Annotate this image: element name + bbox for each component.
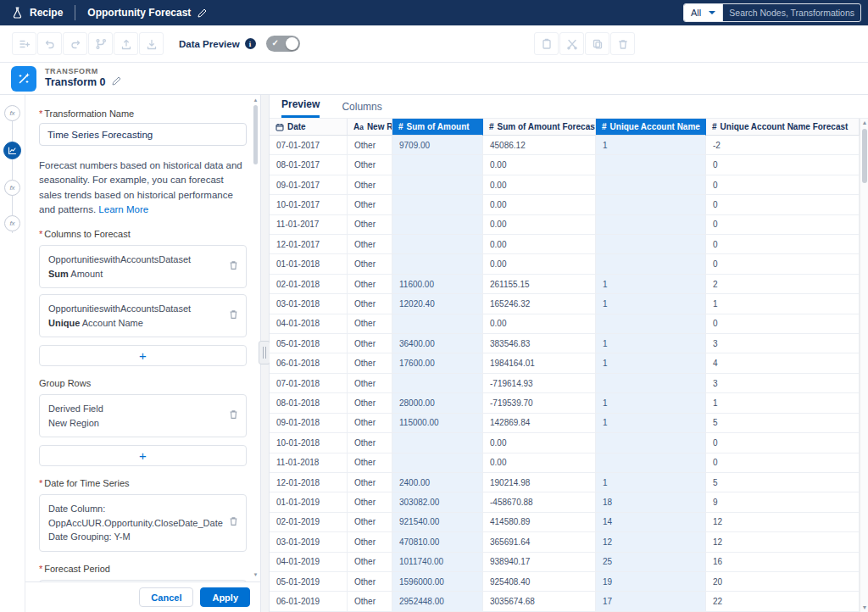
forecast-column-card[interactable]: OpportunitieswithAccountsDataset Sum Amo… [39,245,247,288]
remove-column-trash-icon[interactable] [228,259,239,275]
branch-button[interactable] [88,32,113,55]
table-cell: 365691.64 [483,532,596,552]
data-preview-toggle[interactable]: ✓ [266,36,300,52]
rail-node-formula-2[interactable]: fx [4,180,20,196]
add-group-row-button[interactable]: + [39,445,247,466]
cut-icon [566,38,578,50]
table-cell: 925408.40 [483,572,596,592]
learn-more-link[interactable]: Learn More [98,204,148,214]
table-cell: 12-01-2017 [270,235,348,254]
table-cell: Other [348,275,392,294]
remove-date-trash-icon[interactable] [228,515,239,531]
table-cell: 3 [706,374,860,393]
panel-scroll-thumb[interactable] [253,105,258,164]
scroll-up-icon[interactable]: ▲ [253,97,259,103]
table-cell: 0.00 [483,433,596,453]
table-cell: Other [348,235,392,254]
group-row-card[interactable]: Derived Field New Region [39,394,247,437]
data-preview-label: Data Preview [179,39,240,49]
table-cell: 28000.00 [392,393,483,413]
add-node-button[interactable] [12,32,36,55]
table-scroll-thumb[interactable] [862,129,867,183]
column-header-new-region[interactable]: AaNew Region [348,119,392,136]
add-node-icon [19,38,31,50]
rail-node-formula-3[interactable]: fx [4,215,20,231]
date-series-card[interactable]: Date Column: OppAccUUR.Opportunity.Close… [39,494,247,552]
table-cell [596,175,706,195]
tab-preview[interactable]: Preview [281,98,320,118]
app-root: Recipe Opportunity Forecast All Search N… [0,0,868,612]
table-cell [392,155,483,175]
app-name: Recipe [30,7,63,19]
scroll-up-icon[interactable]: ▲ [860,119,868,127]
search-scope-dropdown[interactable]: All [684,4,722,21]
undo-button[interactable] [37,32,62,55]
apply-button[interactable]: Apply [200,587,250,607]
info-icon[interactable]: i [245,38,256,49]
table-cell: 25 [596,553,706,572]
remove-column-trash-icon[interactable] [228,309,239,324]
transformation-name-input[interactable]: Time Series Forecasting [39,123,247,146]
table-scrollbar[interactable]: ▲ ▼ [860,119,868,612]
table-cell: Other [348,513,392,532]
group-field: New Region [48,416,220,431]
table-row: 06-01-2019Other2952448.003035674.681722 [270,592,860,611]
table-cell: 11-01-2018 [270,453,348,473]
paste-button[interactable] [534,32,559,55]
table-row: 11-01-2017Other0.000 [270,215,860,235]
resize-handle[interactable] [259,341,270,364]
node-meta: TRANSFORM Transform 0 [45,67,121,90]
redo-button[interactable] [63,32,87,55]
table-cell: 938940.17 [483,553,596,572]
table-cell: Other [348,492,392,512]
redo-icon [70,38,81,50]
cut-button[interactable] [559,32,584,55]
table-cell: 0 [706,155,860,175]
download-button[interactable] [139,32,164,55]
column-header-sum-of-amount[interactable]: #Sum of Amount [392,119,483,136]
column-header-date[interactable]: Date [270,119,348,136]
paste-icon [541,38,553,50]
table-cell: 0 [706,215,860,235]
column-header-unique-account-name[interactable]: #Unique Account Name [596,119,706,136]
table-cell: 3035674.68 [483,592,596,611]
cancel-button[interactable]: Cancel [139,587,193,607]
add-forecast-column-button[interactable]: + [39,345,247,366]
table-cell: 0 [706,453,860,473]
table-cell: 17 [596,592,706,611]
panel-footer: Cancel Apply [25,581,260,612]
table-cell: 414580.89 [483,513,596,532]
table-cell: 1 [596,275,706,294]
edit-title-pencil-icon[interactable] [198,8,207,18]
scroll-down-icon[interactable]: ▼ [860,604,868,612]
required-asterisk: * [39,478,42,488]
trash-icon [617,38,629,50]
table-cell: -458670.88 [483,492,596,512]
table-cell [392,254,483,274]
tab-columns[interactable]: Columns [342,101,381,118]
table-cell: 165246.32 [483,294,596,314]
transform-config-panel: *Transformation Name Time Series Forecas… [25,95,261,612]
remove-group-trash-icon[interactable] [228,409,239,424]
copy-button[interactable] [585,32,609,55]
upload-button[interactable] [114,32,138,55]
delete-button[interactable] [610,32,635,55]
column-header-unique-account-name-forecast[interactable]: #Unique Account Name Forecast [706,119,860,136]
table-cell [596,195,706,214]
edit-node-name-pencil-icon[interactable] [112,76,121,90]
rail-node-formula-1[interactable]: fx [4,105,20,121]
table-cell: 3 [706,334,860,353]
forecast-column-card[interactable]: OpportunitieswithAccountsDataset Unique … [39,294,247,337]
table-cell: 190214.98 [483,473,596,492]
top-bar: Recipe Opportunity Forecast All Search N… [0,0,868,25]
search-input[interactable]: Search Nodes, Transformations [722,4,860,21]
required-asterisk: * [39,108,42,119]
panel-scrollbar[interactable]: ▲ ▼ [253,97,259,578]
table-cell: Other [348,294,392,314]
rail-node-forecast-selected[interactable] [3,142,21,159]
table-cell [392,195,483,214]
column-header-sum-of-amount-forecast[interactable]: #Sum of Amount Forecast [483,119,596,136]
table-cell: Other [348,314,392,334]
scroll-down-icon[interactable]: ▼ [253,571,259,578]
table-cell: 0.00 [483,175,596,195]
